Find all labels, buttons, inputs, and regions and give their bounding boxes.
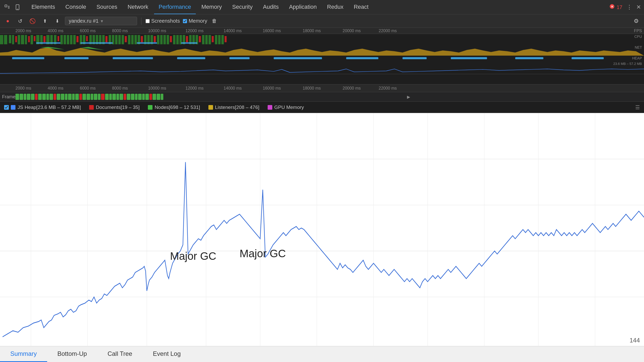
svg-rect-43	[115, 35, 117, 44]
svg-rect-83	[64, 57, 89, 59]
svg-rect-51	[141, 36, 143, 42]
legend-listeners[interactable]: Listeners[208 – 476]	[208, 105, 259, 110]
memory-checkbox[interactable]	[183, 19, 187, 23]
svg-rect-97	[31, 94, 35, 100]
svg-rect-99	[38, 94, 42, 100]
legend-js-heap-label: JS Heap[23.6 MB – 57.2 MB]	[18, 105, 81, 110]
fps-label: FPS	[634, 29, 642, 33]
svg-rect-60	[170, 36, 172, 42]
inspect-icon[interactable]	[3, 3, 11, 11]
legend-js-heap-checkbox[interactable]	[4, 105, 9, 110]
svg-rect-124	[131, 94, 134, 100]
settings-button[interactable]: ⚙	[632, 16, 641, 26]
svg-rect-12	[15, 36, 17, 42]
svg-rect-26	[60, 35, 63, 44]
upload-button[interactable]: ⬆	[40, 16, 49, 26]
svg-rect-56	[157, 35, 159, 44]
tab-bottom-up[interactable]: Bottom-Up	[47, 346, 97, 362]
download-button[interactable]: ⬇	[53, 16, 62, 26]
device-icon[interactable]	[13, 3, 22, 11]
ruler-label-4000: 4000 ms	[48, 29, 63, 33]
legend-nodes-label: Nodes[698 – 12 531]	[155, 105, 200, 110]
legend-documents-label: Documents[19 – 35]	[96, 105, 140, 110]
svg-rect-9	[4, 35, 7, 44]
tab-elements[interactable]: Elements	[27, 0, 60, 14]
svg-rect-127	[142, 94, 145, 100]
legend-documents-swatch	[89, 105, 94, 110]
devtools-window: Elements Console Sources Network Perform…	[0, 0, 644, 362]
fps-chart	[0, 34, 644, 45]
url-bar: yandex.ru #1 ▾	[65, 17, 137, 25]
tab-network[interactable]: Network	[123, 0, 153, 14]
screenshots-checkbox[interactable]	[146, 19, 150, 23]
screenshots-toggle[interactable]: Screenshots	[146, 18, 180, 24]
legend-nodes[interactable]: Nodes[698 – 12 531]	[148, 105, 200, 110]
tab-security[interactable]: Security	[227, 0, 257, 14]
tab-audits[interactable]: Audits	[258, 0, 283, 14]
svg-rect-78	[36, 42, 61, 44]
tab-call-tree[interactable]: Call Tree	[97, 346, 142, 362]
svg-rect-30	[73, 35, 75, 44]
svg-rect-13	[18, 35, 20, 44]
svg-rect-58	[163, 35, 166, 44]
reload-button[interactable]: ↺	[15, 16, 25, 26]
heap-mini-chart	[0, 67, 644, 74]
tab-redux[interactable]: Redux	[323, 0, 348, 14]
memory-toggle[interactable]: Memory	[183, 18, 207, 24]
legend-gpu[interactable]: GPU Memory	[268, 105, 304, 110]
tab-application[interactable]: Application	[284, 0, 321, 14]
svg-rect-82	[12, 57, 44, 59]
svg-rect-131	[157, 94, 160, 100]
tab-sources[interactable]: Sources	[92, 0, 122, 14]
url-text: yandex.ru #1	[69, 18, 99, 24]
trash-button[interactable]: 🗑	[210, 17, 218, 25]
heap-line-chart	[0, 113, 644, 346]
tab-event-log[interactable]: Event Log	[142, 346, 191, 362]
svg-rect-69	[199, 36, 201, 42]
memory-label: Memory	[189, 18, 207, 24]
url-dropdown-icon[interactable]: ▾	[101, 18, 103, 24]
svg-rect-95	[24, 94, 26, 100]
record-button[interactable]: ●	[3, 16, 12, 26]
svg-rect-57	[160, 35, 163, 44]
legend-js-heap[interactable]: JS Heap[23.6 MB – 57.2 MB]	[4, 105, 81, 110]
svg-rect-48	[131, 35, 133, 44]
svg-rect-94	[20, 94, 23, 100]
svg-rect-123	[127, 94, 130, 100]
tab-memory[interactable]: Memory	[197, 0, 226, 14]
svg-rect-105	[61, 94, 64, 100]
svg-rect-70	[202, 35, 204, 44]
tab-performance[interactable]: Performance	[154, 0, 196, 14]
tab-summary[interactable]: Summary	[0, 346, 47, 362]
close-icon[interactable]: ✕	[636, 4, 641, 11]
svg-rect-103	[54, 94, 56, 100]
chart-number: 144	[630, 337, 640, 344]
svg-rect-65	[186, 36, 188, 42]
svg-rect-115	[98, 94, 100, 100]
tab-react[interactable]: React	[349, 0, 373, 14]
nav-right: ✕ 17 ⋮ ✕	[609, 4, 641, 11]
svg-rect-81	[181, 42, 197, 44]
ruler-label-2000: 2000 ms	[15, 29, 31, 33]
svg-rect-16	[28, 36, 30, 42]
legend-menu-icon[interactable]: ☰	[635, 104, 640, 110]
legend-nodes-swatch	[148, 105, 152, 110]
svg-rect-129	[149, 94, 152, 100]
svg-rect-119	[112, 94, 116, 100]
tab-console[interactable]: Console	[61, 0, 91, 14]
svg-rect-118	[109, 94, 112, 100]
legend-documents[interactable]: Documents[19 – 35]	[89, 105, 140, 110]
cpu-chart	[0, 45, 644, 56]
ruler-label-20000: 20000 ms	[343, 29, 361, 33]
svg-text:▶: ▶	[407, 95, 410, 99]
ruler-label-10000: 10000 ms	[148, 29, 166, 33]
svg-text:✕: ✕	[611, 5, 613, 8]
legend-listeners-label: Listeners[208 – 476]	[215, 105, 259, 110]
svg-rect-47	[128, 35, 130, 44]
ruler-label-12000: 12000 ms	[185, 29, 204, 33]
svg-rect-102	[49, 94, 53, 100]
more-icon[interactable]: ⋮	[626, 4, 632, 11]
clear-button[interactable]: 🚫	[28, 16, 37, 26]
svg-rect-44	[118, 35, 121, 44]
net-chart	[0, 56, 644, 61]
